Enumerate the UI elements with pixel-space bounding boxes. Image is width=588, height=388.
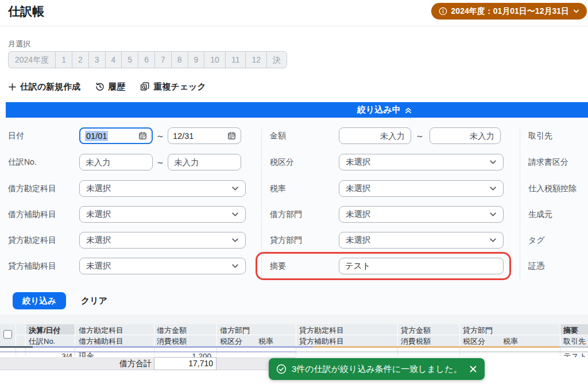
journal-no-from-input[interactable] bbox=[79, 154, 153, 170]
header-col-line bbox=[75, 324, 75, 346]
evidence-filter-label: 証憑 bbox=[528, 258, 544, 274]
panel-bottom-band bbox=[0, 315, 588, 324]
journal-no-filter-label: 仕訳No. bbox=[8, 154, 37, 170]
header-col-line bbox=[296, 324, 296, 346]
calendar-icon[interactable] bbox=[138, 131, 147, 140]
debit-total-value: 17,710 bbox=[155, 357, 213, 370]
header-debit-account[interactable]: 借方勘定科目 bbox=[79, 325, 123, 335]
filter-bar-title-label: 絞り込み中 bbox=[357, 104, 401, 115]
month-cell-3[interactable]: 3 bbox=[88, 52, 105, 68]
header-credit-tax-class: 税区分 bbox=[463, 336, 485, 346]
month-cell-10[interactable]: 10 bbox=[204, 52, 225, 68]
debit-dept-select[interactable]: 未選択 bbox=[339, 206, 504, 223]
history-icon bbox=[95, 82, 105, 91]
row-debit-amount: 1,200 bbox=[154, 352, 211, 357]
credit-account-select[interactable]: 未選択 bbox=[79, 232, 246, 249]
tax-rate-select[interactable]: 未選択 bbox=[339, 180, 504, 197]
credit-sub-account-select-value: 未選択 bbox=[86, 261, 111, 271]
toolbar: 仕訳の新規作成 履歴 重複チェック bbox=[8, 80, 206, 94]
credit-dept-select[interactable]: 未選択 bbox=[339, 232, 504, 249]
double-chevron-up-icon bbox=[404, 106, 412, 114]
month-cell-12[interactable]: 12 bbox=[245, 52, 266, 68]
credit-sub-account-select[interactable]: 未選択 bbox=[79, 258, 246, 274]
filter-column-divider-2 bbox=[520, 129, 520, 279]
journal-no-to-input[interactable] bbox=[168, 154, 241, 170]
header-credit-account[interactable]: 貸方勘定科目 bbox=[299, 325, 344, 335]
apply-filter-button[interactable]: 絞り込み bbox=[13, 292, 66, 309]
select-all-checkbox[interactable] bbox=[3, 330, 12, 339]
header-divider bbox=[0, 26, 588, 26]
debit-dept-select-value: 未選択 bbox=[346, 209, 371, 220]
toast-message: 3件の仕訳が絞り込み条件に一致しました。 bbox=[292, 364, 462, 375]
partner-filter-label: 取引先 bbox=[528, 127, 552, 144]
header-debit-tax-class: 税区分 bbox=[220, 336, 242, 346]
new-journal-button[interactable]: 仕訳の新規作成 bbox=[8, 82, 80, 92]
tax-class-select[interactable]: 未選択 bbox=[339, 154, 504, 170]
duplicate-check-button[interactable]: 重複チェック bbox=[140, 82, 206, 92]
chevron-down-icon bbox=[489, 185, 497, 192]
debit-dept-filter-label: 借方部門 bbox=[270, 206, 302, 223]
header-partner: 取引先 bbox=[563, 336, 586, 346]
header-debit-sub: 借方補助科目 bbox=[79, 336, 123, 346]
month-cell-year[interactable]: 2024年度 bbox=[9, 52, 55, 68]
header-credit-sub: 貸方補助科目 bbox=[299, 336, 344, 346]
month-cell-11[interactable]: 11 bbox=[225, 52, 246, 68]
month-cell-9[interactable]: 9 bbox=[188, 52, 204, 68]
debit-account-select[interactable]: 未選択 bbox=[79, 180, 246, 197]
date-to-input[interactable] bbox=[173, 131, 225, 141]
month-cell-7[interactable]: 7 bbox=[154, 52, 171, 68]
calendar-icon[interactable] bbox=[227, 131, 236, 140]
summary-input[interactable] bbox=[339, 258, 504, 274]
header-summary[interactable]: 摘要 bbox=[563, 325, 578, 335]
credit-account-select-value: 未選択 bbox=[86, 235, 111, 246]
month-cell-8[interactable]: 8 bbox=[171, 52, 188, 68]
header-debit-dept[interactable]: 借方部門 bbox=[220, 325, 250, 335]
tax-rate-filter-label: 税率 bbox=[270, 180, 286, 197]
journal-row-clipped[interactable]: 3/4 現金 1,200 テスト bbox=[0, 352, 588, 357]
month-cell-1[interactable]: 1 bbox=[55, 52, 72, 68]
fiscal-year-badge[interactable]: 2024年度：01月01日〜12月31日 bbox=[431, 3, 587, 20]
month-cell-5[interactable]: 5 bbox=[121, 52, 138, 68]
header-col-line bbox=[25, 324, 26, 346]
duplicate-check-label: 重複チェック bbox=[153, 82, 206, 92]
row-debit-account: 現金 bbox=[79, 352, 94, 357]
header-credit-dept[interactable]: 貸方部門 bbox=[463, 325, 493, 335]
debit-account-select-value: 未選択 bbox=[86, 183, 111, 194]
plus-icon bbox=[8, 83, 17, 91]
summary-filter-label: 摘要 bbox=[270, 258, 286, 274]
fiscal-year-badge-label: 2024年度：01月01日〜12月31日 bbox=[451, 6, 569, 17]
success-toast: 3件の仕訳が絞り込み条件に一致しました。 bbox=[269, 358, 485, 380]
clear-filter-button[interactable]: クリア bbox=[81, 292, 107, 309]
month-cell-4[interactable]: 4 bbox=[105, 52, 122, 68]
header-debit-amount[interactable]: 借方金額 bbox=[157, 325, 187, 335]
amount-from-input[interactable] bbox=[339, 127, 411, 144]
month-cell-closing[interactable]: 決 bbox=[266, 52, 287, 68]
month-cell-6[interactable]: 6 bbox=[138, 52, 154, 68]
toast-close-icon[interactable] bbox=[469, 365, 477, 373]
chevron-down-icon bbox=[231, 236, 239, 244]
header-closing-date[interactable]: 決算/日付 bbox=[29, 325, 61, 335]
header-credit-amount[interactable]: 貸方金額 bbox=[401, 325, 431, 335]
new-journal-label: 仕訳の新規作成 bbox=[20, 82, 80, 92]
date-to-field[interactable] bbox=[168, 127, 241, 144]
header-col-line bbox=[397, 324, 398, 346]
row-summary: テスト bbox=[563, 352, 587, 357]
header-journal-no: 仕訳No. bbox=[29, 336, 55, 346]
debit-sub-account-select[interactable]: 未選択 bbox=[79, 206, 246, 223]
chevron-down-icon bbox=[489, 158, 497, 166]
month-cell-2[interactable]: 2 bbox=[72, 52, 88, 68]
amount-to-input[interactable] bbox=[430, 127, 501, 144]
header-col-line bbox=[154, 324, 154, 346]
history-label: 履歴 bbox=[108, 82, 125, 92]
underline-segment-left bbox=[0, 346, 33, 348]
header-col-line bbox=[459, 324, 460, 346]
filter-bar-title[interactable]: 絞り込み中 bbox=[357, 102, 412, 118]
source-filter-label: 生成元 bbox=[528, 206, 552, 223]
filter-collapse-bar[interactable]: 絞り込み中 bbox=[6, 102, 588, 118]
tax-class-filter-label: 税区分 bbox=[270, 154, 294, 170]
amount-filter-label: 金額 bbox=[270, 127, 286, 144]
invoice-class-filter-label: 請求書区分 bbox=[528, 154, 568, 170]
history-button[interactable]: 履歴 bbox=[95, 82, 125, 92]
date-from-input[interactable]: 01/01 bbox=[79, 127, 153, 144]
header-col-line bbox=[560, 324, 560, 346]
